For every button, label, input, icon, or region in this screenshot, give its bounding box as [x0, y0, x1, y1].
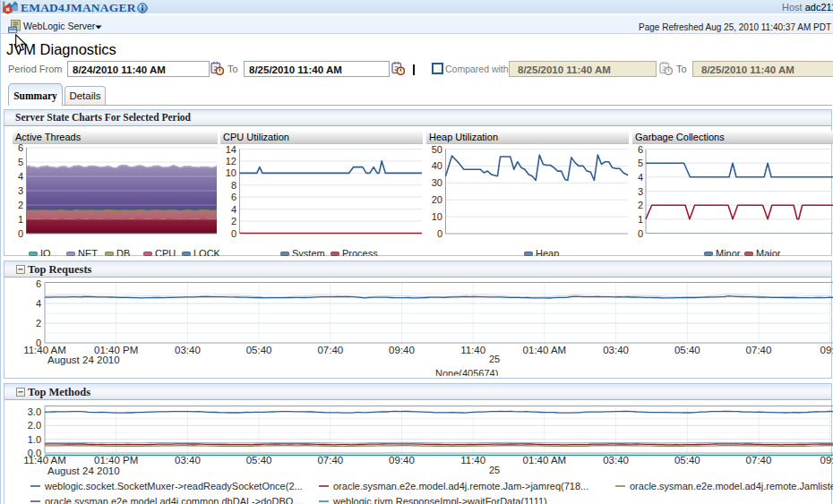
svg-text:05:40: 05:40 — [674, 455, 700, 466]
svg-text:weblogic.rjvm ResponseImpl->wa: weblogic.rjvm ResponseImpl->waitForData(… — [332, 496, 547, 504]
svg-text:09:40: 09:40 — [389, 455, 415, 466]
svg-text:03:40: 03:40 — [603, 455, 629, 466]
svg-text:oracle.sysman.e2e.model.ad4j.r: oracle.sysman.e2e.model.ad4j.remote.Jaml… — [630, 481, 833, 491]
svg-text:1.0: 1.0 — [28, 434, 41, 445]
svg-text:August 24 2010: August 24 2010 — [47, 466, 120, 476]
svg-text:11:40 AM: 11:40 AM — [23, 455, 66, 466]
svg-text:07:40: 07:40 — [317, 455, 343, 466]
svg-text:weblogic.socket.SocketMuxer->r: weblogic.socket.SocketMuxer->readReadySo… — [44, 481, 303, 491]
svg-text:05:40: 05:40 — [246, 455, 272, 466]
svg-text:2.0: 2.0 — [28, 420, 41, 431]
svg-text:07:40: 07:40 — [746, 455, 772, 466]
svg-text:oracle.sysman.e2e.model.ad4j.r: oracle.sysman.e2e.model.ad4j.remote.Jam-… — [333, 481, 588, 491]
svg-text:25: 25 — [489, 465, 500, 475]
svg-text:01:40 AM: 01:40 AM — [523, 455, 567, 466]
svg-text:09:4: 09:4 — [820, 455, 833, 466]
svg-text:01:40 PM: 01:40 PM — [94, 455, 138, 466]
svg-text:3.0: 3.0 — [28, 406, 41, 417]
svg-text:03:40: 03:40 — [175, 455, 201, 466]
svg-text:oracle.sysman.e2e.model.ad4j.c: oracle.sysman.e2e.model.ad4j.common.dbDA… — [45, 496, 305, 504]
svg-text:11:40: 11:40 — [460, 455, 485, 466]
